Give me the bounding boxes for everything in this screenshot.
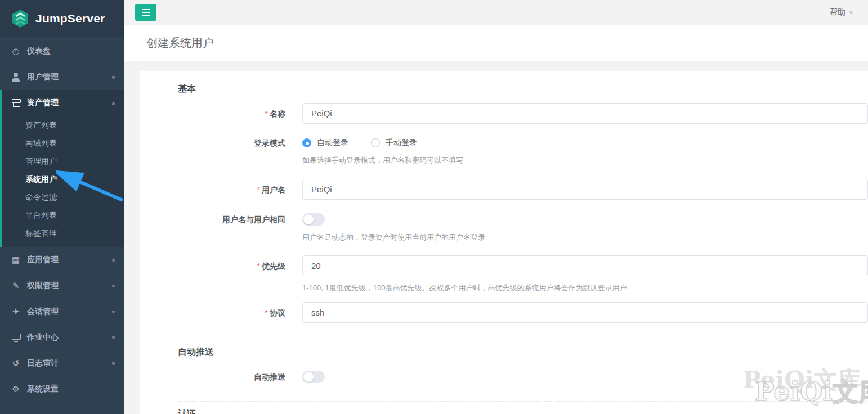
asset-management-submenu: 资产列表 网域列表 管理用户 系统用户 命令过滤 平台列表 标签管理	[2, 116, 124, 247]
name-input[interactable]	[302, 103, 868, 124]
radio-label: 手动登录	[386, 138, 417, 148]
chevron-down-icon: ∨	[849, 10, 853, 15]
chevron-down-icon: ∨	[111, 335, 116, 340]
protocol-input[interactable]	[302, 302, 868, 323]
radio-manual-login[interactable]: 手动登录	[371, 138, 417, 148]
login-mode-label: 登录模式	[178, 137, 285, 148]
sidebar-item-permission-management[interactable]: ✎ 权限管理 ∨	[0, 273, 124, 299]
section-title-auto-push: 自动推送	[178, 346, 868, 357]
priority-input[interactable]	[302, 255, 868, 276]
form-row-login-mode: 登录模式 自动登录 手动登录	[178, 137, 868, 148]
sidebar-item-log-audit[interactable]: ↺ 日志审计 ∨	[0, 350, 124, 376]
sidebar-item-label: 仪表盘	[27, 46, 116, 56]
sidebar-item-admin-user[interactable]: 管理用户	[2, 152, 124, 170]
sidebar-item-asset-management[interactable]: 资产管理 ∧	[2, 90, 124, 116]
sidebar-toggle-button[interactable]	[135, 4, 156, 21]
sidebar-item-system-settings[interactable]: ⚙ 系统设置	[0, 376, 124, 402]
sidebar-item-job-center[interactable]: 作业中心 ∨	[0, 325, 124, 350]
chevron-down-icon: ∨	[111, 283, 116, 289]
sidebar: JumpServer ◷ 仪表盘 用户管理 ∨ 资产管理 ∧ 资产列表 网域列表…	[0, 0, 124, 414]
page-header: 创建系统用户	[124, 25, 868, 61]
sidebar-item-app-management[interactable]: ▦ 应用管理 ∨	[0, 247, 124, 273]
gear-icon: ⚙	[11, 385, 20, 394]
radio-checked-icon	[302, 138, 311, 147]
required-mark: *	[265, 308, 268, 317]
jumpserver-logo-icon	[10, 8, 30, 29]
section-title-auth: 认证	[178, 408, 868, 414]
section-divider	[178, 401, 868, 402]
sidebar-item-label: 用户管理	[27, 72, 111, 82]
sidebar-item-label: 会话管理	[27, 307, 111, 317]
form-row-priority: *优先级	[178, 255, 868, 276]
radio-auto-login[interactable]: 自动登录	[302, 138, 348, 148]
sidebar-item-session-management[interactable]: ✈ 会话管理 ∨	[0, 299, 124, 325]
sidebar-nav: ◷ 仪表盘 用户管理 ∨ 资产管理 ∧ 资产列表 网域列表 管理用户 系统用户 …	[0, 37, 124, 402]
sidebar-item-user-management[interactable]: 用户管理 ∨	[0, 64, 124, 90]
form-row-name: *名称	[178, 103, 868, 124]
brand-name: JumpServer	[35, 12, 105, 25]
sidebar-item-system-user[interactable]: 系统用户	[2, 170, 124, 188]
dashboard-icon: ◷	[11, 47, 20, 56]
edit-pen-icon: ✎	[11, 281, 20, 290]
radio-label: 自动登录	[317, 138, 348, 148]
section-title-basic: 基本	[178, 83, 868, 94]
topbar: 帮助 ∨	[124, 0, 868, 25]
sidebar-item-domain-list[interactable]: 网域列表	[2, 134, 124, 152]
chevron-down-icon: ∨	[111, 74, 116, 80]
history-icon: ↺	[11, 359, 20, 368]
username-input[interactable]	[302, 179, 868, 200]
form-row-username-same: 用户名与用户相同	[178, 213, 868, 226]
priority-help: 1-100, 1最低优先级，100最高优先级。授权多个用户时，高优先级的系统用户…	[302, 283, 868, 292]
sidebar-item-dashboard[interactable]: ◷ 仪表盘	[0, 38, 124, 64]
radio-unchecked-icon	[371, 138, 380, 147]
auto-push-label: 自动推送	[178, 371, 285, 382]
sidebar-item-label: 日志审计	[27, 358, 111, 368]
required-mark: *	[265, 109, 268, 118]
sidebar-item-asset-list[interactable]: 资产列表	[2, 116, 124, 134]
username-same-label: 用户名与用户相同	[178, 214, 285, 225]
login-mode-radio-group: 自动登录 手动登录	[302, 137, 440, 148]
help-menu[interactable]: 帮助 ∨	[830, 0, 853, 25]
rocket-icon: ✈	[11, 307, 20, 316]
form-row-username: *用户名	[178, 179, 868, 200]
monitor-icon	[11, 333, 20, 342]
chevron-up-icon: ∧	[111, 100, 116, 106]
sidebar-item-command-filter[interactable]: 命令过滤	[2, 188, 124, 206]
username-label: *用户名	[178, 184, 285, 195]
priority-label: *优先级	[178, 260, 285, 272]
users-icon	[11, 73, 20, 82]
protocol-label: *协议	[178, 307, 285, 318]
sidebar-section-asset-management: 资产管理 ∧ 资产列表 网域列表 管理用户 系统用户 命令过滤 平台列表 标签管…	[0, 90, 124, 247]
sidebar-item-platform-list[interactable]: 平台列表	[2, 206, 124, 224]
sidebar-item-label: 作业中心	[27, 332, 111, 343]
section-divider	[178, 336, 868, 336]
username-same-toggle[interactable]	[302, 213, 325, 226]
username-same-help: 用户名是动态的，登录资产时使用当前用户的用户名登录	[302, 232, 868, 242]
chevron-down-icon: ∨	[111, 361, 116, 366]
app-logo[interactable]: JumpServer	[0, 0, 124, 37]
sidebar-item-label: 系统设置	[27, 384, 116, 394]
form-row-auto-push: 自动推送	[178, 371, 868, 383]
login-mode-help: 如果选择手动登录模式，用户名和密码可以不填写	[302, 155, 868, 165]
hamburger-icon	[142, 9, 150, 10]
auto-push-toggle[interactable]	[302, 371, 325, 383]
name-label: *名称	[178, 108, 285, 119]
form-row-protocol: *协议	[178, 302, 868, 323]
sidebar-item-label: 权限管理	[27, 281, 111, 291]
sidebar-item-label-management[interactable]: 标签管理	[2, 224, 124, 242]
required-mark: *	[257, 262, 260, 271]
help-label: 帮助	[830, 7, 845, 17]
page-title: 创建系统用户	[124, 25, 868, 61]
chevron-down-icon: ∨	[111, 257, 116, 263]
sidebar-item-label: 资产管理	[27, 98, 111, 108]
chevron-down-icon: ∨	[111, 309, 116, 314]
asset-box-icon	[11, 98, 20, 107]
apps-grid-icon: ▦	[11, 255, 20, 264]
required-mark: *	[257, 185, 260, 194]
create-system-user-panel: 基本 *名称 登录模式 自动登录 手动登录 如果选择手动登录模式，用户名和密码可…	[140, 71, 868, 414]
sidebar-item-label: 应用管理	[27, 255, 111, 265]
